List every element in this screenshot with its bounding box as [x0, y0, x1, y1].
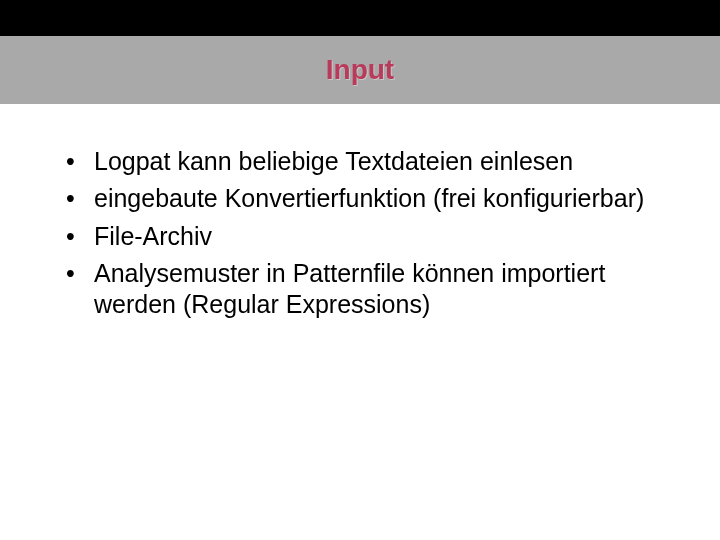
slide-title: Input: [326, 54, 394, 86]
top-black-bar: [0, 0, 720, 36]
title-bar: Input: [0, 36, 720, 104]
bullet-text: eingebaute Konvertierfunktion (frei konf…: [94, 184, 644, 212]
list-item: File-Archiv: [60, 221, 660, 252]
list-item: eingebaute Konvertierfunktion (frei konf…: [60, 183, 660, 214]
bullet-text: Logpat kann beliebige Textdateien einles…: [94, 147, 573, 175]
slide-body: Logpat kann beliebige Textdateien einles…: [0, 104, 720, 540]
list-item: Logpat kann beliebige Textdateien einles…: [60, 146, 660, 177]
list-item: Analysemuster in Patternfile können impo…: [60, 258, 660, 321]
bullet-text: File-Archiv: [94, 222, 212, 250]
bullet-text: Analysemuster in Patternfile können impo…: [94, 259, 605, 318]
bullet-list: Logpat kann beliebige Textdateien einles…: [60, 146, 660, 320]
slide: Input Logpat kann beliebige Textdateien …: [0, 0, 720, 540]
